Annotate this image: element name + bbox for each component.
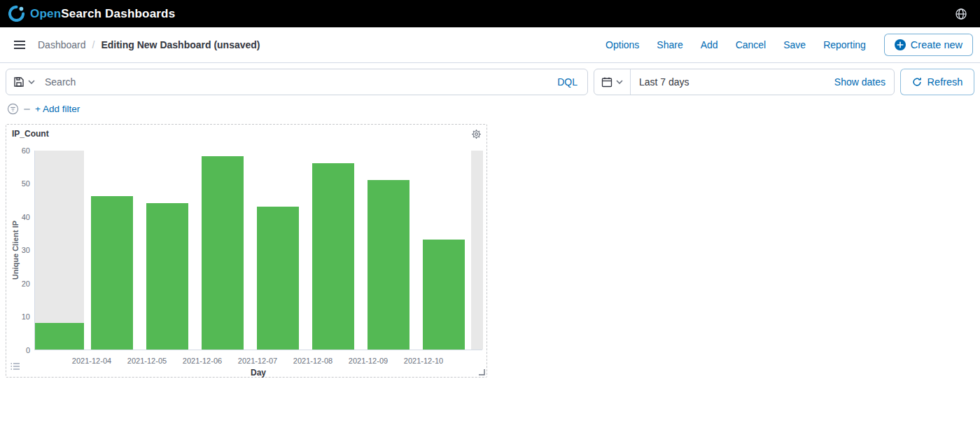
dashboard-panel: IP_Count Unique Client IP Day 0102030405…	[6, 124, 487, 378]
create-new-label: Create new	[911, 39, 962, 50]
x-axis-tick-label: 2021-12-05	[127, 357, 167, 365]
x-axis-tick-label: 2021-12-08	[293, 357, 332, 365]
globe-button[interactable]	[952, 5, 970, 23]
chart-bar[interactable]	[202, 156, 244, 350]
globe-icon	[955, 8, 967, 20]
add-filter-button[interactable]: + Add filter	[35, 104, 80, 114]
chart-bar[interactable]	[91, 196, 133, 350]
search-input[interactable]	[42, 69, 547, 95]
date-picker: Last 7 days Show dates	[594, 69, 895, 95]
chart-bar[interactable]	[423, 240, 465, 350]
plus-in-circle-icon	[895, 39, 906, 50]
y-axis-tick-label: 20	[16, 279, 30, 288]
show-dates-button[interactable]: Show dates	[826, 76, 894, 88]
toolbar-menu: Options Share Add Cancel Save Reporting	[606, 39, 866, 50]
resize-corner-icon	[478, 368, 485, 375]
breadcrumb: Dashboard / Editing New Dashboard (unsav…	[38, 39, 260, 50]
chart-bar[interactable]	[312, 163, 354, 350]
partial-bucket-band	[471, 151, 483, 350]
filter-dash	[24, 109, 30, 110]
chart-bar[interactable]	[368, 180, 410, 350]
panel-title: IP_Count	[12, 129, 49, 139]
gear-icon	[471, 129, 482, 139]
calendar-icon	[601, 76, 612, 88]
legend-toggle-button[interactable]	[9, 361, 22, 374]
saved-query-icon	[13, 76, 24, 88]
date-quick-select-button[interactable]	[594, 69, 631, 95]
y-axis-tick-label: 40	[16, 213, 30, 221]
nav-menu-button[interactable]	[11, 37, 28, 53]
y-axis-tick-label: 0	[16, 346, 30, 354]
breadcrumb-current: Editing New Dashboard (unsaved)	[101, 39, 260, 50]
chart-bar[interactable]	[35, 323, 84, 350]
saved-queries-button[interactable]	[6, 69, 42, 95]
breadcrumb-separator: /	[92, 39, 95, 50]
dashboard-toolbar: Dashboard / Editing New Dashboard (unsav…	[0, 27, 980, 63]
x-axis-title: Day	[251, 368, 266, 378]
panel-resize-handle[interactable]	[478, 368, 485, 375]
save-button[interactable]: Save	[783, 39, 806, 50]
y-axis-tick-label: 10	[16, 312, 30, 321]
cancel-button[interactable]: Cancel	[736, 39, 766, 50]
x-axis-tick-label: 2021-12-09	[349, 357, 388, 365]
filter-bar: + Add filter	[0, 95, 980, 115]
chevron-down-icon	[28, 80, 35, 84]
time-range-value[interactable]: Last 7 days	[631, 76, 826, 88]
top-header-bar: OpenSearch Dashboards	[0, 0, 980, 27]
options-button[interactable]: Options	[606, 39, 639, 50]
opensearch-logo-icon	[8, 6, 24, 22]
search-box: DQL	[6, 69, 588, 95]
reporting-button[interactable]: Reporting	[823, 39, 866, 50]
x-axis-tick-label: 2021-12-04	[72, 357, 111, 365]
y-axis-tick-label: 30	[16, 246, 30, 254]
query-language-button[interactable]: DQL	[547, 76, 587, 88]
x-axis-tick-label: 2021-12-07	[238, 357, 277, 365]
chevron-down-icon	[616, 80, 623, 84]
x-axis-tick-label: 2021-12-10	[404, 357, 443, 365]
plot-area	[34, 151, 482, 350]
refresh-label: Refresh	[927, 76, 963, 88]
refresh-button[interactable]: Refresh	[900, 69, 974, 95]
panel-options-button[interactable]	[470, 127, 483, 143]
breadcrumb-dashboard-link[interactable]: Dashboard	[38, 39, 86, 50]
partial-bucket-band	[35, 151, 84, 350]
y-axis-tick-label: 60	[16, 146, 30, 155]
chart-bar[interactable]	[257, 207, 299, 350]
opensearch-logo[interactable]: OpenSearch Dashboards	[8, 6, 175, 22]
legend-list-icon	[10, 362, 20, 371]
query-bar: DQL Last 7 days Show dates	[0, 63, 980, 95]
create-new-button[interactable]: Create new	[884, 34, 973, 56]
share-button[interactable]: Share	[657, 39, 682, 50]
filter-icon	[7, 103, 19, 115]
chart-bar[interactable]	[146, 203, 188, 350]
refresh-icon	[912, 77, 922, 87]
hamburger-icon	[14, 40, 25, 50]
x-axis-tick-label: 2021-12-06	[183, 357, 222, 365]
y-axis-tick-label: 50	[16, 179, 30, 188]
add-button[interactable]: Add	[701, 39, 718, 50]
opensearch-dashboards-app: OpenSearch Dashboards Dashboard / Editin…	[0, 0, 980, 378]
logo-text: OpenSearch Dashboards	[30, 7, 175, 21]
